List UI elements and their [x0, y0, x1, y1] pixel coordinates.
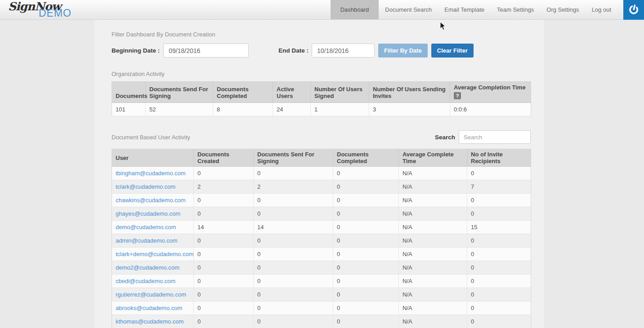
user-table-body: tbingham@cudademo.com000N/A0tclark@cudad… — [112, 167, 531, 328]
beginning-date-input[interactable] — [163, 44, 249, 58]
app-logo[interactable]: SignNow DEMO — [8, 0, 98, 20]
org-column-header: Number Of Users Signed — [311, 82, 369, 103]
user-value-cell: 0 — [254, 288, 333, 301]
end-date-label: End Date : — [278, 47, 309, 54]
user-email-link[interactable]: tclark@cudademo.com — [112, 180, 194, 194]
nav-item-email-template[interactable]: Email Template — [438, 0, 491, 19]
org-value-cell: 8 — [213, 103, 273, 116]
user-column-header: No of Invite Recipients — [467, 149, 531, 167]
user-email-link[interactable]: demo2@cudademo.com — [112, 261, 194, 275]
user-column-header: User — [112, 149, 194, 167]
user-table-row: demo2@cudademo.com000N/A0 — [112, 261, 531, 275]
user-email-link[interactable]: rgutierrez@cudademo.com — [112, 288, 194, 301]
user-column-header: Average Complete Time — [399, 149, 467, 167]
nav-menu: DashboardDocument SearchEmail TemplateTe… — [331, 0, 617, 19]
user-value-cell: 0 — [467, 315, 531, 328]
nav-item-org-settings[interactable]: Org Settings — [540, 0, 585, 19]
user-value-cell: N/A — [399, 301, 467, 315]
user-value-cell: N/A — [399, 194, 467, 207]
org-column-label: Number Of Users Sending Invites — [373, 86, 446, 99]
user-table-row: tclark+demo@cudademo.com000N/A0 — [112, 248, 531, 261]
user-value-cell: 0 — [333, 275, 399, 288]
org-column-header: Documents Send For Signing — [146, 82, 213, 103]
user-column-header: Documents Created — [194, 149, 254, 167]
user-email-link[interactable]: chawkins@cudademo.com — [112, 194, 194, 207]
user-table-row: admin@cudademo.com000N/A0 — [112, 234, 531, 248]
user-value-cell: 14 — [254, 221, 333, 234]
user-value-cell: 0 — [333, 301, 399, 315]
org-value-cell: 52 — [146, 103, 213, 116]
user-value-cell: N/A — [399, 234, 467, 248]
search-label: Search — [435, 134, 455, 141]
dashboard-content: Filter Dashboard By Document Creation Be… — [112, 20, 531, 328]
filter-by-date-button[interactable]: Filter By Date — [378, 44, 428, 58]
user-value-cell: N/A — [399, 207, 467, 221]
user-email-link[interactable]: demo@cudademo.com — [112, 221, 194, 234]
user-value-cell: 0 — [194, 301, 254, 315]
logo-demo-text: DEMO — [39, 7, 72, 19]
end-date-input[interactable] — [312, 44, 375, 58]
user-value-cell: 7 — [467, 180, 531, 194]
user-table-row: ghayes@cudademo.com000N/A0 — [112, 207, 531, 221]
user-email-link[interactable]: tclark+demo@cudademo.com — [112, 248, 194, 261]
user-value-cell: 0 — [194, 261, 254, 275]
user-email-link[interactable]: cbedi@cudademo.com — [112, 275, 194, 288]
user-activity-bar: Document Based User Activity Search — [112, 130, 531, 144]
nav-item-log-out[interactable]: Log out — [586, 0, 617, 19]
user-value-cell: 2 — [254, 180, 333, 194]
user-value-cell: 0 — [467, 261, 531, 275]
user-value-cell: 0 — [254, 234, 333, 248]
organization-activity-table: DocumentsDocuments Send For SigningDocum… — [112, 81, 531, 116]
user-value-cell: 0 — [254, 261, 333, 275]
power-icon — [628, 4, 640, 16]
user-value-cell: 0 — [194, 194, 254, 207]
user-value-cell: 0 — [254, 207, 333, 221]
power-button[interactable] — [623, 0, 644, 20]
user-email-link[interactable]: abrooks@cudademo.com — [112, 301, 194, 315]
nav-item-dashboard[interactable]: Dashboard — [331, 0, 379, 19]
org-value-cell: 3 — [369, 103, 450, 116]
user-email-link[interactable]: admin@cudademo.com — [112, 234, 194, 248]
user-value-cell: 0 — [333, 167, 399, 180]
clear-filter-button[interactable]: Clear Filter — [431, 44, 474, 58]
user-value-cell: 0 — [333, 248, 399, 261]
user-email-link[interactable]: kthomas@cudademo.com — [112, 315, 194, 328]
user-column-header: Documents Sent For Signing — [254, 149, 333, 167]
nav-item-team-settings[interactable]: Team Settings — [491, 0, 540, 19]
user-table-row: chawkins@cudademo.com000N/A0 — [112, 194, 531, 207]
user-value-cell: 0 — [467, 275, 531, 288]
org-column-label: Average Completion Time — [454, 84, 526, 91]
user-value-cell: 0 — [194, 248, 254, 261]
user-value-cell: 0 — [254, 194, 333, 207]
user-table-row: demo@cudademo.com14140N/A15 — [112, 221, 531, 234]
user-value-cell: N/A — [399, 248, 467, 261]
help-icon[interactable]: ? — [454, 92, 461, 99]
user-table-row: cbedi@cudademo.com000N/A0 — [112, 275, 531, 288]
org-value-cell: 1 — [311, 103, 369, 116]
date-filter-row: Beginning Date : End Date : Filter By Da… — [112, 44, 531, 58]
user-value-cell: 14 — [194, 221, 254, 234]
user-value-cell: 0 — [467, 194, 531, 207]
org-column-header: Documents Completed — [213, 82, 273, 103]
user-table-row: tbingham@cudademo.com000N/A0 — [112, 167, 531, 180]
user-email-link[interactable]: tbingham@cudademo.com — [112, 167, 194, 180]
org-column-label: Documents Completed — [217, 86, 249, 99]
user-table-row: rgutierrez@cudademo.com000N/A0 — [112, 288, 531, 301]
org-table-data-row: 10152824130:0:6 — [112, 103, 531, 116]
user-value-cell: 0 — [333, 288, 399, 301]
search-input[interactable] — [459, 130, 531, 144]
user-value-cell: N/A — [399, 315, 467, 328]
org-column-header: Average Completion Time? — [450, 82, 531, 103]
user-value-cell: N/A — [399, 261, 467, 275]
org-column-header: Documents — [112, 82, 146, 103]
user-value-cell: 0 — [333, 180, 399, 194]
user-value-cell: 0 — [467, 207, 531, 221]
user-value-cell: 0 — [467, 167, 531, 180]
user-value-cell: 0 — [194, 167, 254, 180]
user-email-link[interactable]: ghayes@cudademo.com — [112, 207, 194, 221]
user-value-cell: 0 — [254, 275, 333, 288]
org-column-header: Active Users — [273, 82, 311, 103]
user-value-cell: 0 — [194, 234, 254, 248]
user-activity-table: UserDocuments CreatedDocuments Sent For … — [112, 149, 531, 328]
nav-item-document-search[interactable]: Document Search — [379, 0, 438, 19]
